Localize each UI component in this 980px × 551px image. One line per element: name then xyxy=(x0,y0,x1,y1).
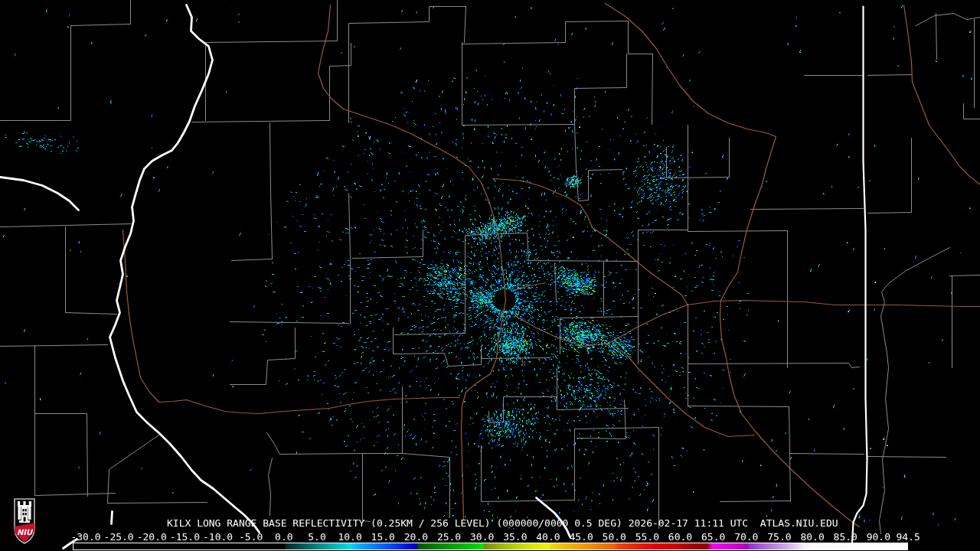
radar-display-screen: KILX LONG RANGE BASE REFLECTIVITY (0.25K… xyxy=(0,0,980,551)
product-title: KILX LONG RANGE BASE REFLECTIVITY (0.25K… xyxy=(167,518,838,529)
niu-logo: NIU xyxy=(13,497,36,545)
logo-text: NIU xyxy=(17,528,34,536)
radar-map-canvas xyxy=(0,0,980,551)
